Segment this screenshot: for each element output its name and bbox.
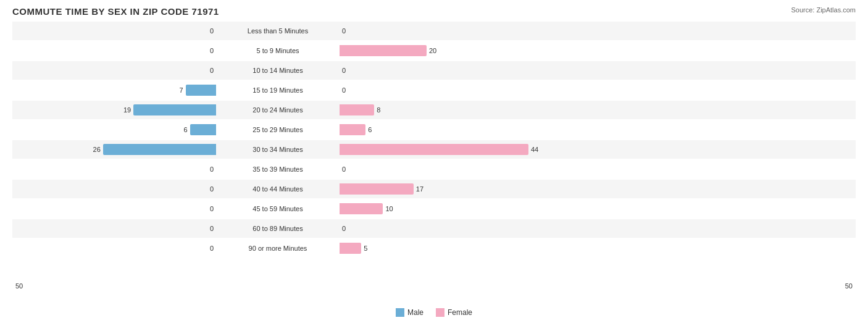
- chart-row: 0 5 to 9 Minutes 20: [12, 41, 856, 60]
- chart-container: COMMUTE TIME BY SEX IN ZIP CODE 71971 So…: [0, 0, 868, 323]
- female-value: 20: [429, 47, 441, 54]
- female-bar: [340, 144, 528, 155]
- male-side: 26: [12, 140, 216, 159]
- male-side: 19: [12, 101, 216, 119]
- female-value: 8: [377, 106, 389, 114]
- female-side: 0: [340, 219, 543, 238]
- male-bar: [103, 144, 216, 155]
- male-legend-label: Male: [407, 308, 424, 317]
- chart-row: 0 Less than 5 Minutes 0: [12, 22, 856, 40]
- row-label: 35 to 39 Minutes: [216, 166, 340, 173]
- male-value: 6: [175, 126, 188, 133]
- male-value: 0: [201, 245, 214, 252]
- male-value: 0: [201, 225, 214, 232]
- chart-title: COMMUTE TIME BY SEX IN ZIP CODE 71971: [12, 6, 856, 17]
- male-side: 0: [12, 61, 216, 80]
- row-label: 15 to 19 Minutes: [216, 86, 340, 94]
- row-label: 45 to 59 Minutes: [216, 205, 340, 212]
- chart-row: 19 20 to 24 Minutes 8: [12, 101, 856, 119]
- male-bar: [186, 85, 216, 96]
- row-label: 5 to 9 Minutes: [216, 47, 340, 54]
- female-side: 17: [340, 180, 543, 198]
- female-side: 0: [340, 61, 543, 80]
- chart-row: 26 30 to 34 Minutes 44: [12, 140, 856, 159]
- male-value: 7: [171, 86, 183, 94]
- female-value: 0: [342, 225, 354, 232]
- row-label: 25 to 29 Minutes: [216, 126, 340, 133]
- male-side: 0: [12, 180, 216, 198]
- row-label: 10 to 14 Minutes: [216, 67, 340, 74]
- chart-row: 0 35 to 39 Minutes 0: [12, 160, 856, 178]
- female-bar: [340, 45, 427, 56]
- male-value: 19: [119, 106, 131, 114]
- female-bar: [340, 104, 374, 115]
- male-value: 0: [201, 27, 214, 35]
- row-label: 60 to 89 Minutes: [216, 225, 340, 232]
- chart-area: 0 Less than 5 Minutes 0 0 5 to 9 Minutes…: [12, 22, 856, 281]
- female-bar: [340, 124, 365, 135]
- female-side: 44: [340, 140, 543, 159]
- female-value: 0: [342, 86, 354, 94]
- chart-row: 0 90 or more Minutes 5: [12, 239, 856, 258]
- male-value: 0: [201, 67, 214, 74]
- male-side: 0: [12, 41, 216, 60]
- chart-row: 0 40 to 44 Minutes 17: [12, 180, 856, 198]
- chart-row: 0 10 to 14 Minutes 0: [12, 61, 856, 80]
- row-label: Less than 5 Minutes: [216, 27, 340, 35]
- female-side: 0: [340, 81, 543, 99]
- row-label: 40 to 44 Minutes: [216, 185, 340, 193]
- male-side: 7: [12, 81, 216, 99]
- female-value: 17: [416, 185, 428, 193]
- female-legend-box: [436, 308, 444, 317]
- male-value: 0: [201, 205, 214, 212]
- male-side: 0: [12, 219, 216, 238]
- male-value: 0: [201, 185, 214, 193]
- female-value: 44: [531, 146, 543, 153]
- legend-male: Male: [396, 308, 424, 317]
- male-bar: [133, 104, 216, 115]
- row-label: 20 to 24 Minutes: [216, 106, 340, 114]
- chart-row: 0 45 to 59 Minutes 10: [12, 199, 856, 218]
- female-side: 5: [340, 239, 543, 258]
- legend-female: Female: [436, 308, 472, 317]
- female-value: 10: [385, 205, 398, 212]
- chart-row: 7 15 to 19 Minutes 0: [12, 81, 856, 99]
- male-side: 0: [12, 22, 216, 40]
- male-value: 0: [201, 47, 214, 54]
- female-legend-label: Female: [448, 308, 472, 317]
- male-legend-box: [396, 308, 404, 317]
- axis-left: 50: [12, 282, 216, 290]
- female-side: 0: [340, 22, 543, 40]
- male-value: 26: [88, 146, 101, 153]
- chart-legend: Male Female: [396, 308, 472, 317]
- male-side: 0: [12, 199, 216, 218]
- source-label: Source: ZipAtlas.com: [791, 6, 856, 14]
- row-label: 90 or more Minutes: [216, 245, 340, 252]
- female-side: 8: [340, 101, 543, 119]
- female-side: 10: [340, 199, 543, 218]
- female-value: 5: [364, 245, 376, 252]
- axis-labels: 50 50: [12, 282, 856, 290]
- female-side: 20: [340, 41, 543, 60]
- row-label: 30 to 34 Minutes: [216, 146, 340, 153]
- female-value: 0: [342, 27, 354, 35]
- female-side: 6: [340, 120, 543, 139]
- axis-right: 50: [652, 282, 856, 290]
- female-side: 0: [340, 160, 543, 178]
- male-value: 0: [201, 166, 214, 173]
- chart-row: 0 60 to 89 Minutes 0: [12, 219, 856, 238]
- male-side: 0: [12, 239, 216, 258]
- female-value: 0: [342, 67, 354, 74]
- female-bar: [340, 243, 361, 254]
- male-side: 6: [12, 120, 216, 139]
- female-bar: [340, 203, 383, 214]
- female-value: 6: [368, 126, 380, 133]
- male-side: 0: [12, 160, 216, 178]
- female-bar: [340, 183, 414, 195]
- female-value: 0: [342, 166, 354, 173]
- chart-row: 6 25 to 29 Minutes 6: [12, 120, 856, 139]
- male-bar: [190, 124, 216, 135]
